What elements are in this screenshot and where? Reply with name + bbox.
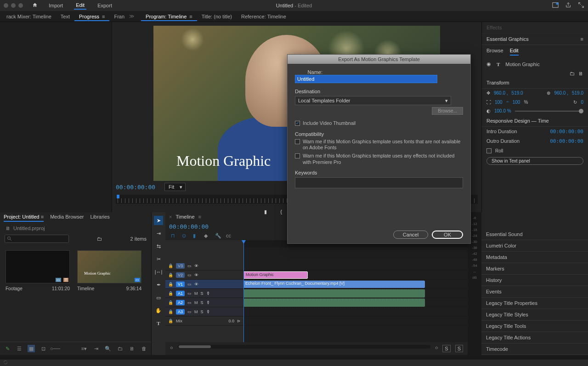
bin-item[interactable]: ☰▭ Footage11:01:20 [6,250,70,291]
sync-icon[interactable] [3,360,8,366]
icon-view-icon[interactable]: ▦ [28,345,35,352]
tab-fran[interactable]: Fran [109,12,129,21]
acc-legacy-title-styles[interactable]: Legacy Title Styles [481,309,588,321]
tab-text[interactable]: Text [56,12,74,21]
project-search-input[interactable] [5,235,69,243]
type-tool-icon[interactable]: T [154,319,163,328]
ripple-edit-tool-icon[interactable]: ⇆ [154,242,163,251]
tab-program[interactable]: Program: Timeline≡ [141,12,197,21]
acc-events[interactable]: Events [481,286,588,298]
opacity-val[interactable]: 100.0 % [494,108,511,113]
track-mix-header[interactable]: 🔒Mix0.0⊳ [165,316,243,326]
anchor-x[interactable]: 960.0 , [554,90,568,96]
rotation-val[interactable]: 0 [581,100,583,105]
panel-menu-icon[interactable]: ≡ [581,36,583,42]
playhead-icon[interactable] [117,195,119,198]
tab-progress[interactable]: Progress≡ [74,12,109,21]
clip-audio-1[interactable] [243,289,425,298]
list-view-icon[interactable]: ☰ [16,345,23,352]
clip-motion-graphic[interactable]: Motion Graphic [243,271,308,279]
acc-legacy-title-actions[interactable]: Legacy Title Actions [481,332,588,343]
visibility-eye-icon[interactable]: ◉ [486,61,491,67]
freeform-view-icon[interactable]: ⊡ [40,345,47,352]
pen-tool-icon[interactable]: ✒ [154,280,163,289]
wrench-icon[interactable]: 🔧 [215,233,221,239]
find-icon[interactable]: 🔍 [104,345,112,352]
new-folder-icon[interactable]: 🗀 [570,71,575,76]
rectangle-tool-icon[interactable]: ▭ [154,293,163,302]
mark-in-icon[interactable]: { [277,208,285,216]
destination-dropdown[interactable]: Local Templates Folder [295,96,451,105]
intro-duration-value[interactable]: 00:00:00:00 [550,129,583,135]
eg-tab-edit[interactable]: Edit [510,48,519,56]
track-a3-header[interactable]: 🔒A3▭MS🎙 [165,307,243,316]
timeline-marker-icon[interactable]: ◆ [204,233,210,239]
tab-project[interactable]: Project: Untitled ≡ [4,214,44,222]
new-bin-button-icon[interactable]: 🗀 [116,345,124,352]
acc-legacy-title-tools[interactable]: Legacy Title Tools [481,321,588,332]
menu-import[interactable]: Import [47,2,65,9]
acc-history[interactable]: History [481,275,588,286]
track-v2-header[interactable]: 🔒V2▭👁 [165,270,243,280]
track-a1-header[interactable]: 🔒A1▭MS🎙 [165,289,243,298]
opacity-slider[interactable] [515,111,583,112]
hand-tool-icon[interactable]: ✋ [154,306,163,315]
close-window-icon[interactable] [4,3,8,8]
anchor-y[interactable]: 519.0 [572,90,583,96]
compat-effects-checkbox[interactable] [295,153,300,158]
tab-track-mixer[interactable]: rack Mixer: Timeline [2,12,56,21]
zoom-slider-icon[interactable]: ○── [51,345,59,352]
tab-title[interactable]: Title: (no title) [197,12,237,21]
acc-markers[interactable]: Markers [481,263,588,275]
name-input[interactable] [295,75,437,83]
cancel-button[interactable]: Cancel [393,231,428,239]
fullscreen-icon[interactable] [578,2,584,9]
automate-icon[interactable]: ⇥ [92,345,100,352]
track-v3-header[interactable]: 🔒V3▭👁 [165,261,243,270]
window-controls[interactable] [4,3,23,8]
timeline-tracks-area[interactable]: Motion Graphic Echelon Front_ Flynn Coch… [243,240,468,342]
clip-audio-2[interactable] [243,298,425,307]
timeline-timecode[interactable]: 00:00:00:00 [169,223,209,230]
show-in-text-panel-button[interactable]: Show in Text panel [486,157,583,165]
sequence-item[interactable]: Motion Graphic▭ Timeline9:36:14 [77,250,141,291]
new-layer-icon[interactable]: 🗎 [578,71,583,76]
add-marker-timeline-icon[interactable]: ▮ [193,233,199,239]
razor-tool-icon[interactable]: ✂ [154,254,163,264]
browse-button[interactable]: Browse... [432,107,463,115]
slip-tool-icon[interactable]: |↔| [154,267,163,276]
clip-video[interactable]: Echelon Front_ Flynn Cochran_ Documentar… [243,281,425,288]
timeline-hscroll[interactable] [178,345,430,349]
acc-metadata[interactable]: Metadata [481,252,588,263]
caption-icon[interactable]: cc [226,233,232,239]
acc-timecode[interactable]: Timecode [481,343,588,355]
sort-icon[interactable]: ≡▾ [80,345,88,352]
scale-w[interactable]: 100 [495,100,503,105]
menu-export[interactable]: Export [96,2,114,9]
snap-s2-button[interactable]: S [455,345,463,352]
program-timecode[interactable]: 00:00:00:00 [116,184,155,191]
compat-fonts-checkbox[interactable] [295,139,300,144]
scale-h[interactable]: 100 [513,100,520,105]
include-thumbnail-checkbox[interactable] [295,121,300,126]
new-bin-icon[interactable]: 🗀 [97,236,102,242]
track-a2-header[interactable]: 🔒A2▭MS🎙 [165,298,243,307]
acc-essential-sound[interactable]: Essential Sound [481,229,588,240]
ok-button[interactable]: OK [432,231,463,239]
timeline-playhead[interactable] [243,240,244,342]
zoom-window-icon[interactable] [18,3,23,8]
tab-reference[interactable]: Reference: Timeline [237,12,291,21]
snap-s1-button[interactable]: S [442,345,450,352]
snap-icon[interactable]: ⊓ [171,233,177,239]
layer-row[interactable]: ◉ T Motion Graphic [482,58,588,70]
position-y[interactable]: 519.0 [512,90,523,96]
workspace-icon[interactable] [552,2,559,9]
menu-edit[interactable]: Edit [74,1,86,10]
position-x[interactable]: 960.0 , [494,90,508,96]
tab-libraries[interactable]: Libraries [90,214,110,222]
minimize-window-icon[interactable] [11,3,16,8]
zoom-fit-dropdown[interactable]: Fit [164,183,186,191]
track-select-tool-icon[interactable]: ⇥ [154,229,163,238]
home-icon[interactable] [32,2,38,9]
keywords-input[interactable] [295,177,463,188]
